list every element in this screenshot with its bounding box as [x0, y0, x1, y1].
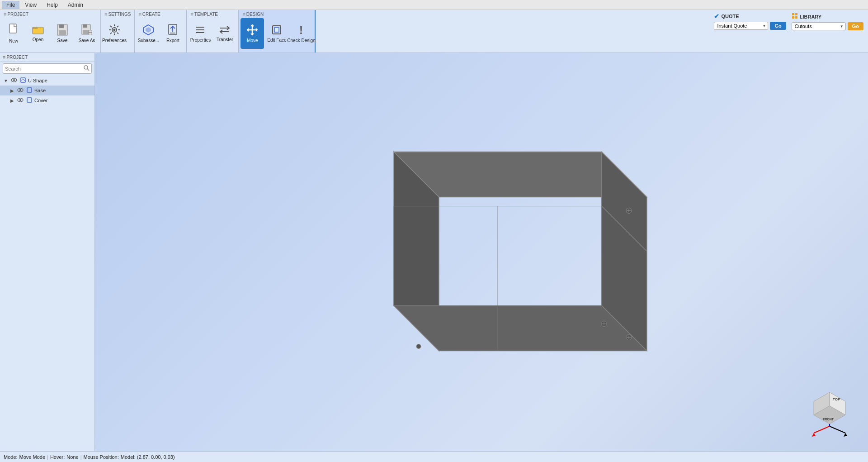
search-input[interactable] [5, 66, 83, 71]
tree-eye-base[interactable] [17, 88, 24, 93]
edit-face-label: Edit Face [267, 38, 286, 43]
tree-label-ushape: U Shape [28, 78, 47, 83]
toolbar-buttons-settings: Preferences [103, 17, 126, 52]
svg-rect-0 [9, 24, 16, 33]
svg-line-74 [814, 426, 830, 433]
tree-arrow-ushape: ▼ [3, 78, 9, 83]
sidebar-project-label: PROJECT [0, 53, 94, 62]
search-icon[interactable] [83, 65, 90, 72]
svg-marker-78 [844, 433, 847, 437]
svg-rect-38 [792, 16, 794, 19]
search-bar [3, 63, 92, 74]
hover-label: Hover: [50, 454, 65, 460]
library-section: LIBRARY Cutouts Panels Accessories Go [792, 13, 863, 30]
edit-face-icon [271, 24, 282, 37]
svg-line-19 [117, 26, 118, 27]
library-go-button[interactable]: Go [848, 22, 863, 30]
menu-admin[interactable]: Admin [63, 1, 88, 9]
mode-label: Mode: [4, 454, 18, 460]
quote-check-icon: ✔ [714, 13, 719, 20]
mouse-value: Model: (2.87, 0.00, 0.03) [121, 454, 175, 460]
quote-go-button[interactable]: Go [770, 22, 786, 30]
open-label: Open [33, 37, 43, 43]
hover-value: None [66, 454, 78, 460]
toolbar: PROJECT New Open Save [0, 10, 868, 53]
save-label: Save [57, 38, 68, 43]
check-design-label: Check Design [287, 38, 315, 43]
quote-select[interactable]: Instant Quote Detailed Quote [714, 22, 768, 30]
toolbar-buttons-design: Move Edit Face ! Check Design [241, 17, 313, 52]
edit-face-button[interactable]: Edit Face [265, 18, 288, 49]
svg-point-43 [13, 79, 15, 81]
move-icon [246, 24, 258, 37]
library-select[interactable]: Cutouts Panels Accessories [792, 22, 846, 30]
svg-marker-77 [812, 433, 816, 437]
menu-help[interactable]: Help [42, 1, 62, 9]
toolbar-section-settings: SETTINGS Preferences [101, 10, 135, 52]
svg-line-18 [117, 33, 118, 34]
toolbar-section-create: CREATE Subasse... [135, 10, 187, 52]
export-button[interactable]: Export [161, 18, 184, 49]
tree-label-cover: Cover [34, 98, 47, 103]
svg-point-12 [113, 29, 116, 31]
tree-item-base[interactable]: ▶ Base [0, 86, 94, 95]
svg-line-41 [87, 69, 89, 71]
menubar: File View Help Admin [0, 0, 868, 10]
library-row: Cutouts Panels Accessories Go [792, 22, 863, 30]
move-button[interactable]: Move [241, 18, 264, 49]
check-design-button[interactable]: ! Check Design [289, 18, 313, 49]
svg-rect-44 [21, 78, 25, 82]
tree-obj-base [26, 87, 33, 94]
svg-point-72 [416, 344, 421, 349]
transfer-label: Transfer [217, 37, 233, 43]
transfer-button[interactable]: Transfer [213, 18, 236, 49]
menu-view[interactable]: View [20, 1, 41, 9]
svg-rect-6 [83, 24, 87, 28]
subassembly-icon [142, 24, 154, 37]
mode-value: Move Mode [19, 454, 45, 460]
library-select-wrap: Cutouts Panels Accessories [792, 22, 846, 30]
tree-arrow-cover: ▶ [9, 98, 15, 103]
svg-rect-7 [83, 30, 89, 34]
toolbar-section-design-label: DESIGN [241, 11, 265, 17]
save-icon [57, 24, 68, 37]
library-grid-icon [792, 13, 798, 20]
save-as-icon [81, 24, 92, 37]
save-as-label: Save As [79, 38, 95, 43]
toolbar-section-design: DESIGN Move [239, 10, 316, 52]
viewport[interactable]: TOP FRONT [95, 53, 868, 451]
svg-text:TOP: TOP [833, 397, 840, 401]
tree-item-cover[interactable]: ▶ Cover [0, 95, 94, 105]
tree-arrow-base: ▶ [9, 88, 15, 93]
subassembly-button[interactable]: Subasse... [137, 18, 160, 49]
tree-eye-cover[interactable] [17, 98, 24, 103]
preferences-button[interactable]: Preferences [103, 18, 126, 49]
3d-box [349, 116, 665, 389]
3d-box-svg [349, 116, 665, 387]
export-icon [167, 24, 178, 37]
tree-eye-ushape[interactable] [11, 78, 17, 83]
toolbar-section-create-label: CREATE [137, 11, 162, 17]
svg-rect-36 [792, 13, 794, 15]
menu-file[interactable]: File [2, 1, 19, 9]
svg-rect-39 [795, 16, 797, 19]
open-button[interactable]: Open [26, 18, 50, 49]
tree-item-ushape[interactable]: ▼ U Shape [0, 76, 94, 86]
save-button[interactable]: Save [51, 18, 74, 49]
svg-marker-54 [394, 306, 647, 351]
library-section-label: LIBRARY [792, 13, 863, 20]
properties-button[interactable]: Properties [189, 18, 212, 49]
svg-point-49 [19, 99, 21, 101]
new-button[interactable]: New [2, 18, 25, 49]
toolbar-section-settings-label: SETTINGS [103, 11, 132, 17]
svg-point-40 [84, 66, 88, 69]
toolbar-buttons-project: New Open Save Save As [2, 17, 99, 52]
svg-text:!: ! [299, 24, 303, 36]
main-content: PROJECT ▼ U Shape ▶ [0, 53, 868, 451]
preferences-icon [108, 24, 120, 37]
export-label: Export [166, 38, 179, 43]
svg-text:FRONT: FRONT [823, 418, 834, 421]
tree-obj-ushape [20, 77, 26, 84]
save-as-button[interactable]: Save As [75, 18, 99, 49]
svg-point-46 [19, 89, 21, 91]
